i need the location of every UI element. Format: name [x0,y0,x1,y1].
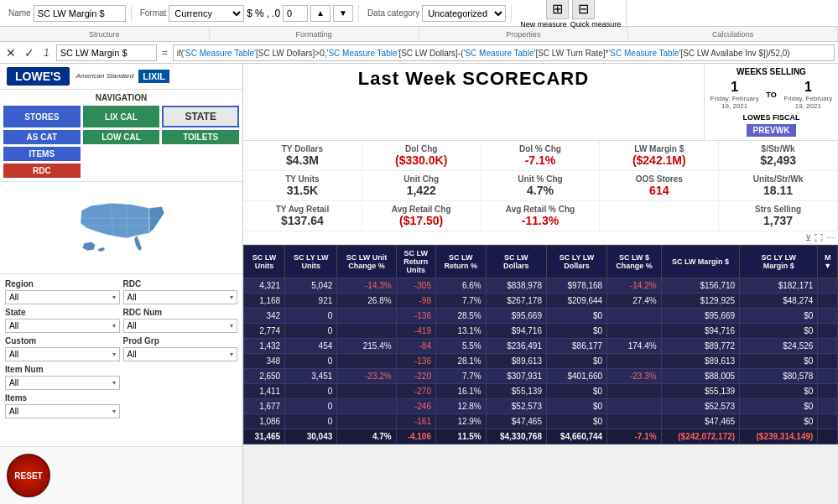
table-cell: $47,465 [661,414,739,429]
sort-icons: ⊻ ⛶ ⋯ [243,231,838,245]
format-group: Format Currency $ % , .0 ▲ ▼ [135,5,359,22]
metric-dol-pct-chg: Dol % Chg -7.1% [481,141,601,170]
expand-icon[interactable]: ⛶ [815,233,823,242]
ascat-button[interactable]: AS CAT [3,130,81,144]
state-label: State [5,308,120,317]
filters: Region All ▾ RDC All ▾ State [0,274,242,446]
table-cell-m [818,414,838,429]
table-cell-m [818,339,838,354]
table-cell [337,354,396,369]
table-cell [607,384,661,399]
table-row: 1,16892126.8%-987.7%$267,178$209,64427.4… [244,294,838,309]
col-m: M▼ [818,246,838,278]
metric-avg-retail: TY Avg Retail $137.64 [243,201,362,231]
prevwk-button[interactable]: PREVWK [747,124,797,137]
map-area [0,182,242,274]
format-label: Format [140,8,167,18]
metric-ty-dollars: TY Dollars $4.3M [243,141,362,170]
percent-sign: % [255,8,264,19]
american-standard-logo: American Standard [76,73,133,81]
prodgrp-chevron: ▾ [230,351,233,358]
table-cell [607,399,661,414]
col-sc-ly-lw-dollars: SC LY LWDollars [546,246,606,278]
table-cell: $95,669 [661,309,739,324]
table-row: 2,6503,451-23.2%-2207.7%$307,931$401,660… [244,369,838,384]
toolbar: Name Format Currency $ % , .0 ▲ ▼ Data c… [0,0,838,27]
name-input[interactable] [34,5,126,22]
items-button[interactable]: ITEMS [3,147,81,161]
data-table-container[interactable]: SC LWUnits SC LY LWUnits SC LW UnitChang… [243,245,838,504]
custom-select[interactable]: All ▾ [5,347,120,361]
filter-col-region: Region All ▾ [5,279,120,304]
formula-check[interactable]: ✓ [22,46,37,60]
state-select[interactable]: All ▾ [5,319,120,333]
structure-label: Structure [0,27,210,41]
metric-avg-retail-chg: Avg Retail Chg ($17.50) [362,201,481,231]
filter-row-itemnum: Item Num All ▾ [5,365,237,390]
formula-cross[interactable]: ✕ [3,46,18,60]
table-cell: -305 [396,278,435,294]
col-sc-ly-lw-margin: SC LY LWMargin $ [740,246,818,278]
weeks-selling-label: WEEKS SELLING [708,67,835,76]
col-sc-ly-lw-units: SC LY LWUnits [285,246,337,278]
data-category-select[interactable]: Uncategorized [422,5,506,22]
metric-ty-units: TY Units 31.5K [243,171,362,200]
footer-cell: -4,106 [396,429,435,444]
table-cell: $182,171 [740,278,818,294]
col-sc-lw-dollars: SC LWDollars [486,246,546,278]
format-select[interactable]: Currency [169,5,244,22]
rdcnum-chevron: ▾ [230,322,233,330]
more-icon[interactable]: ⋯ [826,233,835,242]
stores-button[interactable]: STORES [3,106,81,127]
table-cell: 174.4% [607,339,661,354]
rdc-button[interactable]: RDC [3,164,81,178]
formula-field-name[interactable] [56,44,157,61]
filter-icon[interactable]: ⊻ [805,233,811,242]
main-area: LOWE'S American Standard LIXIL NAVIGATIO… [0,64,838,504]
zero-input[interactable] [283,5,308,22]
table-cell [337,324,396,339]
lixil-logo: LIXIL [138,70,169,83]
itemnum-select[interactable]: All ▾ [5,376,120,390]
up-btn[interactable]: ▲ [310,5,331,22]
col-sc-lw-unit-chg: SC LW UnitChange % [337,246,396,278]
down-btn[interactable]: ▼ [333,5,353,22]
formula-content[interactable]: if('SC Measure Table'[SC LW Dollars]>0,'… [173,44,835,61]
filter-row-state-rdcnum: State All ▾ RDC Num All ▾ [5,308,237,333]
table-cell: $0 [546,384,606,399]
new-measure-btn[interactable]: ⊞ [546,0,569,19]
prodgrp-select[interactable]: All ▾ [123,347,238,361]
weeks-count-right: 1 Friday, February 19, 2021 [782,80,835,110]
lixcal-button[interactable]: LIX CAL [83,106,160,127]
table-cell: $0 [546,399,606,414]
nav-area: NAVIGATION STORES LIX CAL STATE AS CAT L… [0,90,242,182]
region-select[interactable]: All ▾ [5,290,120,304]
table-cell: 5,042 [285,278,337,294]
metric-strs-selling: Strs Selling 1,737 [719,201,838,231]
weeks-panel: WEEKS SELLING 1 Friday, February 19, 202… [704,64,838,140]
col-sc-lw-units: SC LWUnits [244,246,285,278]
filter-col-items: Items All ▾ [5,393,120,418]
reset-button[interactable]: RESET [7,454,50,497]
footer-cell: 11.5% [435,429,486,444]
table-header-row: SC LWUnits SC LY LWUnits SC LW UnitChang… [244,246,838,278]
state-badge[interactable]: STATE [162,106,239,127]
filter-col-state: State All ▾ [5,308,120,333]
table-cell [337,399,396,414]
state-chevron: ▾ [112,322,116,330]
table-cell: 1,432 [244,339,285,354]
items-select[interactable]: All ▾ [5,404,120,418]
rdc-select[interactable]: All ▾ [123,290,238,304]
table-footer-row: 31,46530,0434.7%-4,10611.5%$4,330,768$4,… [244,429,838,444]
toilets-button[interactable]: TOILETS [162,130,239,144]
table-cell: 28.1% [435,354,486,369]
table-cell: $978,168 [546,278,606,294]
table-cell: $88,005 [661,369,739,384]
table-cell: -419 [396,324,435,339]
rdcnum-select[interactable]: All ▾ [123,319,238,333]
table-cell [337,414,396,429]
lowcal-button[interactable]: LOW CAL [83,130,160,144]
quick-measure-btn[interactable]: ⊟ [572,0,595,19]
prodgrp-label: Prod Grp [123,336,238,346]
table-cell: 454 [285,339,337,354]
